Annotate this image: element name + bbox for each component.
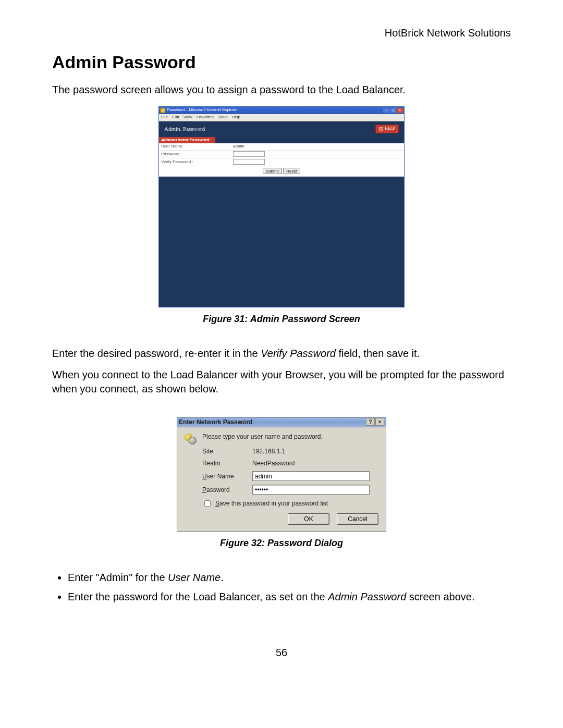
text: . — [221, 572, 224, 583]
text-em: User Name — [168, 572, 221, 583]
header-company: HotBrick Network Solutions — [52, 26, 511, 40]
menu-file[interactable]: File — [161, 115, 168, 120]
ie-titlebar: Password - Microsoft Internet Explorer –… — [159, 107, 404, 114]
minimize-button[interactable]: – — [383, 108, 389, 113]
panel-title-bar: Admin. Password HELP — [159, 121, 404, 137]
ok-button[interactable]: OK — [288, 513, 329, 525]
paragraph-verify: Enter the desired password, re-enter it … — [52, 347, 511, 361]
help-icon — [379, 127, 383, 131]
list-item: Enter "Admin" for the User Name. — [68, 571, 511, 585]
help-label: HELP — [385, 126, 395, 132]
save-password-checkbox[interactable] — [204, 500, 211, 507]
section-header: Administrator Password — [159, 137, 215, 144]
dialog-titlebar: Enter Network Password ? × — [177, 417, 386, 427]
intro-paragraph: The password screen allows you to assign… — [52, 83, 511, 97]
password-dialog: Enter Network Password ? × Please type y… — [177, 417, 386, 532]
site-label: Site: — [202, 447, 249, 455]
menu-edit[interactable]: Edit — [172, 115, 179, 120]
submit-button[interactable]: Submit — [263, 168, 282, 174]
username-label: User Name : — [159, 143, 231, 150]
text-em: Admin Password — [328, 591, 406, 602]
reset-button[interactable]: Reset — [283, 168, 300, 174]
list-item: Enter the password for the Load Balancer… — [68, 590, 511, 604]
username-value: admin — [231, 143, 404, 150]
verify-password-label: Verify Password : — [159, 158, 231, 166]
password-label: Password : — [159, 151, 231, 158]
text: Enter "Admin" for the — [68, 572, 168, 583]
text: ave this password in your password list — [219, 500, 328, 507]
figure-31-caption: Figure 31: Admin Password Screen — [52, 313, 511, 325]
dialog-prompt: Please type your user name and password. — [202, 433, 378, 441]
paragraph-connect: When you connect to the Load Balancer wi… — [52, 368, 511, 396]
password-form: User Name : admin Password : Verify Pass… — [159, 143, 404, 166]
help-button[interactable]: HELP — [375, 125, 399, 133]
text: screen above. — [406, 591, 474, 602]
figure-32-caption: Figure 32: Password Dialog — [52, 537, 511, 549]
verify-password-input[interactable] — [233, 159, 265, 165]
figure-31: Password - Microsoft Internet Explorer –… — [52, 106, 511, 307]
site-value: 192.168.1.1 — [252, 447, 378, 455]
username-label: User Name — [202, 472, 249, 480]
save-password-check[interactable]: Save this password in your password list — [202, 499, 378, 508]
figure-32: Enter Network Password ? × Please type y… — [52, 417, 511, 532]
page-number: 56 — [52, 646, 511, 660]
text: Enter the password for the Load Balancer… — [68, 591, 328, 602]
cancel-button[interactable]: Cancel — [337, 513, 378, 525]
instruction-list: Enter "Admin" for the User Name. Enter t… — [68, 571, 511, 604]
document-page: HotBrick Network Solutions Admin Passwor… — [0, 0, 563, 691]
menu-tools[interactable]: Tools — [218, 115, 228, 120]
form-buttons: Submit Reset — [159, 166, 404, 177]
window-buttons: – □ × — [383, 108, 403, 113]
realm-label: Realm — [202, 459, 249, 467]
page-title: Admin Password — [52, 51, 511, 75]
dialog-title: Enter Network Password — [179, 418, 252, 426]
maximize-button[interactable]: □ — [390, 108, 396, 113]
dialog-help-button[interactable]: ? — [366, 418, 375, 426]
menu-favorites[interactable]: Favorites — [197, 115, 214, 120]
ie-window: Password - Microsoft Internet Explorer –… — [158, 106, 405, 307]
menu-help[interactable]: Help — [231, 115, 240, 120]
panel-title: Admin. Password — [164, 125, 205, 133]
text-em: Verify Password — [261, 348, 336, 359]
username-input[interactable] — [252, 471, 370, 481]
dialog-body: Please type your user name and password.… — [177, 427, 386, 532]
text: Enter the desired password, re-enter it … — [52, 348, 261, 359]
text: S — [215, 500, 219, 507]
ie-icon — [160, 108, 165, 113]
menu-view[interactable]: View — [183, 115, 192, 120]
password-label: Password — [202, 486, 249, 494]
ie-body-background — [159, 177, 404, 307]
keys-icon — [185, 433, 202, 445]
ie-menubar: File Edit View Favorites Tools Help — [159, 114, 404, 121]
password-input[interactable] — [233, 151, 265, 157]
password-input[interactable] — [252, 485, 370, 495]
text: field, then save it. — [336, 348, 420, 359]
close-button[interactable]: × — [397, 108, 403, 113]
dialog-close-button[interactable]: × — [375, 418, 384, 426]
realm-value: NeedPassword — [252, 459, 378, 467]
ie-window-title: Password - Microsoft Internet Explorer — [167, 107, 238, 113]
